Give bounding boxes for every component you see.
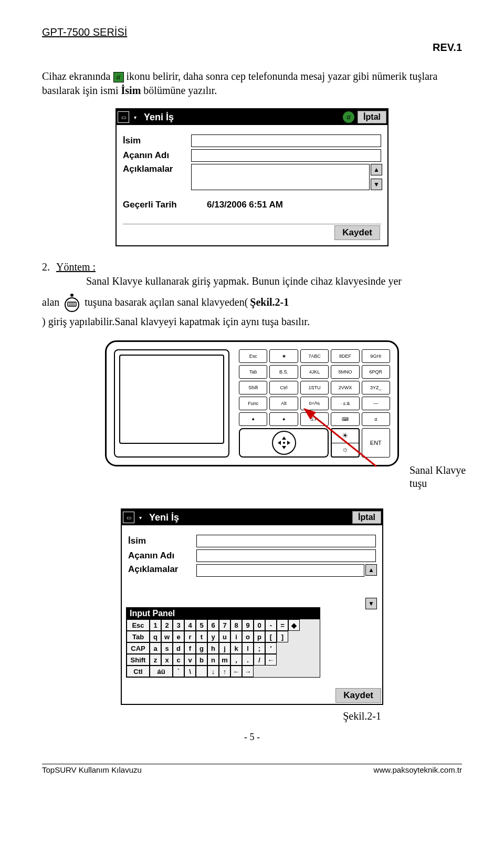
vk-key[interactable]: 2: [161, 619, 173, 631]
vk-key[interactable]: r: [184, 631, 196, 642]
key-shift[interactable]: Shift: [239, 381, 267, 394]
window-menu-icon[interactable]: ▭: [123, 512, 134, 523]
vk-key[interactable]: 0: [254, 619, 265, 631]
acan-field[interactable]: [196, 549, 376, 562]
vk-key[interactable]: ↓: [207, 666, 219, 677]
vk-key[interactable]: x: [161, 654, 173, 666]
key-keyboard[interactable]: ⌨: [331, 412, 359, 426]
cancel-button[interactable]: İptal: [358, 111, 386, 123]
vk-key[interactable]: h: [207, 642, 219, 654]
vk-key[interactable]: n: [207, 654, 219, 666]
dropdown-icon[interactable]: ▾: [135, 512, 145, 523]
vk-key[interactable]: 9: [242, 619, 254, 631]
dpad[interactable]: [239, 428, 329, 458]
isim-field[interactable]: [196, 535, 376, 547]
vk-key[interactable]: 8: [230, 619, 242, 631]
vk-key[interactable]: f: [184, 642, 196, 654]
vk-key[interactable]: k: [230, 642, 242, 654]
vk-key[interactable]: 3: [173, 619, 184, 631]
key-sp[interactable]: S.P.: [300, 412, 329, 426]
vk-key[interactable]: b: [196, 654, 207, 666]
key-4[interactable]: 4JKL: [300, 365, 329, 379]
vk-key[interactable]: 6: [207, 619, 219, 631]
vk-key[interactable]: Esc: [127, 619, 150, 631]
vk-key[interactable]: v: [184, 654, 196, 666]
vk-key[interactable]: d: [173, 642, 184, 654]
vk-key[interactable]: ←: [230, 666, 242, 677]
key-esc[interactable]: Esc: [239, 349, 267, 363]
aciklamalar-field[interactable]: [196, 564, 364, 577]
vk-key[interactable]: p: [254, 631, 265, 642]
key-dot[interactable]: · ±:&: [331, 397, 359, 410]
vk-key[interactable]: ,: [230, 654, 242, 666]
vk-key[interactable]: ↑: [219, 666, 230, 677]
vk-key[interactable]: 1: [150, 619, 161, 631]
illum-toggle[interactable]: ☀ ☼: [331, 428, 359, 458]
vk-key[interactable]: ◆: [288, 619, 300, 631]
vk-key[interactable]: 5: [196, 619, 207, 631]
window-menu-icon[interactable]: ▭: [118, 111, 129, 123]
key-bs[interactable]: B.S.: [269, 365, 298, 379]
key-3[interactable]: 3YZ_: [362, 381, 390, 394]
vk-key[interactable]: `: [173, 666, 184, 677]
vk-key[interactable]: z: [150, 654, 161, 666]
vk-key[interactable]: s: [161, 642, 173, 654]
vk-key[interactable]: l: [242, 642, 254, 654]
vk-key[interactable]: 7: [219, 619, 230, 631]
vk-key[interactable]: \: [184, 666, 196, 677]
vk-key[interactable]: w: [161, 631, 173, 642]
scroll-up-icon[interactable]: ▲: [365, 564, 377, 576]
vk-key[interactable]: ]: [277, 631, 288, 642]
dropdown-icon[interactable]: ▾: [130, 111, 140, 123]
key-5[interactable]: 5MNO: [331, 365, 359, 379]
vk-key[interactable]: j: [219, 642, 230, 654]
vk-key[interactable]: ←: [265, 654, 277, 666]
key-alt[interactable]: Alt: [269, 397, 298, 410]
vk-key[interactable]: e: [173, 631, 184, 642]
aciklamalar-field[interactable]: [191, 164, 370, 190]
key-dash[interactable]: —: [362, 397, 390, 410]
key-ent[interactable]: ENT: [362, 428, 390, 458]
vk-key[interactable]: a: [150, 642, 161, 654]
cancel-button[interactable]: İptal: [352, 511, 381, 524]
vk-key[interactable]: -: [265, 619, 277, 631]
vk-key[interactable]: /: [254, 654, 265, 666]
key-illum2[interactable]: ●: [269, 412, 298, 426]
vk-key[interactable]: ': [265, 642, 277, 654]
scroll-up-icon[interactable]: ▲: [371, 164, 382, 175]
scroll-down-icon[interactable]: ▼: [365, 598, 377, 609]
key-func[interactable]: Func: [239, 397, 267, 410]
vk-key[interactable]: g: [196, 642, 207, 654]
key-7[interactable]: 7ABC: [300, 349, 329, 363]
key-1[interactable]: 1STU: [300, 381, 329, 394]
vk-key[interactable]: 4: [184, 619, 196, 631]
key-tab[interactable]: Tab: [239, 365, 267, 379]
vk-key[interactable]: Tab: [127, 631, 150, 642]
vk-key[interactable]: ;: [254, 642, 265, 654]
save-button[interactable]: Kaydet: [335, 688, 381, 703]
key-star[interactable]: ★: [269, 349, 298, 363]
vk-key[interactable]: i: [230, 631, 242, 642]
vk-key[interactable]: o: [242, 631, 254, 642]
key-illum1[interactable]: ●: [239, 412, 267, 426]
vk-key[interactable]: .: [242, 654, 254, 666]
isim-field[interactable]: [191, 134, 381, 147]
vk-key[interactable]: Ctl: [127, 666, 150, 677]
scroll-down-icon[interactable]: ▼: [371, 179, 382, 190]
vk-key[interactable]: t: [196, 631, 207, 642]
acan-field[interactable]: [191, 149, 381, 162]
vk-key[interactable]: m: [219, 654, 230, 666]
save-button[interactable]: Kaydet: [334, 225, 380, 240]
key-2[interactable]: 2VWX: [331, 381, 359, 394]
key-alpha[interactable]: α: [362, 412, 390, 426]
vk-key[interactable]: c: [173, 654, 184, 666]
vk-key[interactable]: áü: [150, 666, 173, 677]
vk-key[interactable]: [196, 666, 207, 677]
vk-key[interactable]: Shift: [127, 654, 150, 666]
vk-key[interactable]: [: [265, 631, 277, 642]
vk-key[interactable]: =: [277, 619, 288, 631]
key-6[interactable]: 6PQR: [362, 365, 390, 379]
vk-key[interactable]: u: [219, 631, 230, 642]
vk-key[interactable]: →: [242, 666, 254, 677]
vk-key[interactable]: y: [207, 631, 219, 642]
